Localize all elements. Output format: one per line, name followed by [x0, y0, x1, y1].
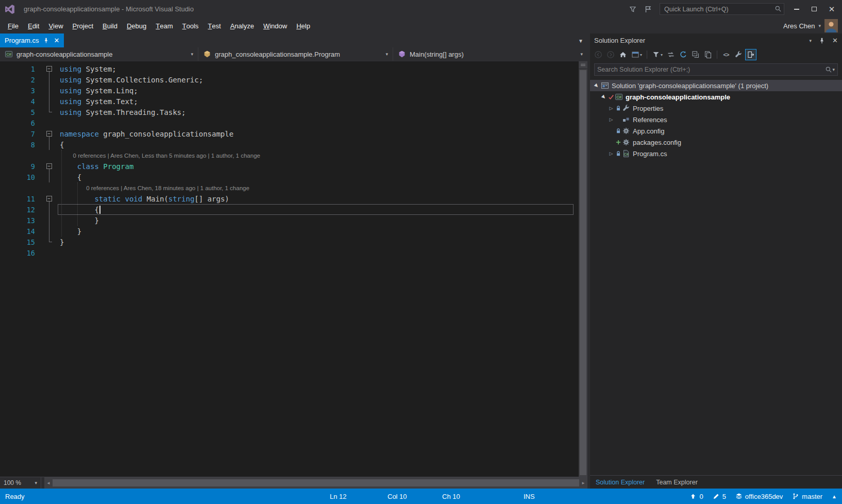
- solution-views-button[interactable]: ▾: [630, 49, 644, 60]
- collapse-arrow-icon[interactable]: ▶: [593, 81, 601, 90]
- maximize-button[interactable]: [809, 4, 819, 14]
- fold-toggle-icon[interactable]: −: [46, 66, 52, 72]
- expand-arrow-icon[interactable]: ▷: [608, 151, 615, 156]
- menu-item-window[interactable]: Window: [259, 18, 292, 33]
- menu-item-file[interactable]: File: [3, 18, 23, 33]
- tab-close-icon[interactable]: ✕: [54, 37, 59, 44]
- vertical-scrollbar-thumb[interactable]: [580, 70, 586, 475]
- code-line-5[interactable]: 5using System.Threading.Tasks;: [0, 107, 579, 117]
- project-dropdown[interactable]: C# graph-consoleapplicationsample ▾: [0, 47, 198, 61]
- avatar[interactable]: [824, 19, 838, 32]
- code-line-3[interactable]: 3using System.Linq;: [0, 85, 579, 96]
- account-dropdown-icon[interactable]: ▾: [818, 23, 821, 28]
- branch-indicator[interactable]: master: [792, 493, 822, 500]
- code-line-8[interactable]: 8{: [0, 139, 579, 150]
- close-icon[interactable]: ✕: [832, 37, 838, 44]
- menu-item-team[interactable]: Team: [151, 18, 177, 33]
- properties-button[interactable]: [733, 49, 744, 60]
- menu-item-help[interactable]: Help: [292, 18, 315, 33]
- code-line-1[interactable]: 1−using System;: [0, 63, 579, 74]
- zoom-control[interactable]: 100 % ▾: [0, 477, 41, 489]
- type-dropdown[interactable]: graph_consoleapplicationsample.Program ▾: [198, 47, 393, 61]
- search-icon[interactable]: [774, 5, 782, 12]
- vertical-scrollbar[interactable]: [579, 61, 587, 477]
- scroll-right-icon[interactable]: ►: [579, 477, 587, 489]
- collapse-all-button[interactable]: [690, 49, 701, 60]
- menu-item-build[interactable]: Build: [98, 18, 122, 33]
- copy-button[interactable]: [702, 49, 714, 60]
- fold-toggle-icon[interactable]: −: [46, 163, 52, 169]
- menu-item-debug[interactable]: Debug: [122, 18, 151, 33]
- panel-tab-team-explorer[interactable]: Team Explorer: [650, 476, 703, 489]
- code-line-13[interactable]: 13 }: [0, 215, 579, 226]
- quick-launch-input[interactable]: [660, 3, 784, 15]
- codelens-row[interactable]: 0 references | Ares Chen, Less than 5 mi…: [0, 150, 579, 161]
- codelens-info[interactable]: 0 references | Ares Chen, Less than 5 mi…: [73, 153, 260, 159]
- code-line-7[interactable]: 7−namespace graph_consoleapplicationsamp…: [0, 128, 579, 139]
- menu-item-view[interactable]: View: [44, 18, 68, 33]
- code-line-9[interactable]: 9− class Program: [0, 161, 579, 172]
- horizontal-scrollbar-thumb[interactable]: [53, 479, 579, 486]
- code-line-15[interactable]: 15}: [0, 237, 579, 247]
- collapse-arrow-icon[interactable]: ▶: [600, 93, 609, 102]
- menu-item-tools[interactable]: Tools: [178, 18, 204, 33]
- account-name[interactable]: Ares Chen: [783, 22, 815, 30]
- tree-item-references[interactable]: ▷References: [590, 114, 842, 125]
- repository-indicator[interactable]: office365dev: [735, 493, 783, 500]
- back-button[interactable]: [593, 49, 604, 60]
- commits-ahead-indicator[interactable]: 0: [689, 493, 703, 500]
- solution-search-input[interactable]: [597, 66, 825, 73]
- refresh-button[interactable]: [678, 49, 689, 60]
- tree-item-program-cs[interactable]: ▷C#Program.cs: [590, 148, 842, 159]
- document-tab[interactable]: Program.cs ✕: [0, 33, 64, 47]
- code-line-6[interactable]: 6: [0, 117, 579, 128]
- expand-arrow-icon[interactable]: ▷: [608, 117, 615, 122]
- code-line-2[interactable]: 2using System.Collections.Generic;: [0, 74, 579, 85]
- fold-toggle-icon[interactable]: −: [46, 131, 52, 137]
- horizontal-scrollbar[interactable]: ◄ ►: [44, 477, 587, 489]
- tree-item-graph-consoleapplicationsample[interactable]: ▶C#graph-consoleapplicationsample: [590, 91, 842, 103]
- tree-item-packages-config[interactable]: packages.config: [590, 137, 842, 148]
- expand-arrow-icon[interactable]: ▷: [608, 106, 615, 111]
- code-line-10[interactable]: 10 {: [0, 172, 579, 182]
- member-dropdown[interactable]: Main(string[] args) ▾: [393, 47, 587, 61]
- menu-item-project[interactable]: Project: [68, 18, 98, 33]
- codelens-row[interactable]: 0 references | Ares Chen, 18 minutes ago…: [0, 182, 579, 193]
- search-icon[interactable]: [825, 66, 832, 73]
- menu-item-test[interactable]: Test: [203, 18, 225, 33]
- sync-with-active-document-button[interactable]: [665, 49, 677, 60]
- tree-item-solution-graph-consoleapplicationsample-1-project[interactable]: ▶Solution 'graph-consoleapplicationsampl…: [590, 80, 842, 91]
- code-line-14[interactable]: 14 }: [0, 226, 579, 237]
- pin-icon[interactable]: [818, 37, 826, 44]
- menu-item-edit[interactable]: Edit: [23, 18, 44, 33]
- tab-list-dropdown-icon[interactable]: ▼: [578, 38, 583, 44]
- scroll-left-icon[interactable]: ◄: [44, 477, 53, 489]
- codelens-info[interactable]: 0 references | Ares Chen, 18 minutes ago…: [86, 185, 249, 191]
- menu-item-analyze[interactable]: Analyze: [226, 18, 259, 33]
- code-line-11[interactable]: 11− static void Main(string[] args): [0, 193, 579, 204]
- code-editor[interactable]: 1−using System;2using System.Collections…: [0, 61, 587, 477]
- fold-toggle-icon[interactable]: −: [46, 196, 52, 201]
- funnel-icon[interactable]: [629, 5, 637, 13]
- forward-button[interactable]: [605, 49, 616, 60]
- pending-edits-indicator[interactable]: 5: [713, 493, 726, 500]
- code-line-16[interactable]: 16: [0, 247, 579, 258]
- preview-selected-items-toggle[interactable]: [745, 49, 756, 60]
- splitter-grip[interactable]: [579, 61, 587, 69]
- home-button[interactable]: [617, 49, 629, 60]
- tree-item-app-config[interactable]: App.config: [590, 125, 842, 137]
- code-line-4[interactable]: 4using System.Text;: [0, 96, 579, 107]
- tree-item-properties[interactable]: ▷Properties: [590, 103, 842, 114]
- close-button[interactable]: ✕: [827, 4, 837, 14]
- view-code-button[interactable]: <>: [720, 49, 732, 60]
- chevron-up-icon[interactable]: ▲: [832, 494, 837, 499]
- minimize-button[interactable]: [792, 4, 802, 14]
- panel-tab-solution-explorer[interactable]: Solution Explorer: [590, 476, 650, 489]
- pin-icon[interactable]: [43, 37, 49, 44]
- search-options-icon[interactable]: ▾: [832, 67, 835, 72]
- csfile-icon: C#: [621, 149, 631, 158]
- code-line-12[interactable]: 12 {: [0, 204, 579, 215]
- feedback-icon[interactable]: [644, 5, 652, 13]
- pending-changes-filter-button[interactable]: ▾: [650, 49, 664, 60]
- window-position-icon[interactable]: ▾: [810, 38, 812, 43]
